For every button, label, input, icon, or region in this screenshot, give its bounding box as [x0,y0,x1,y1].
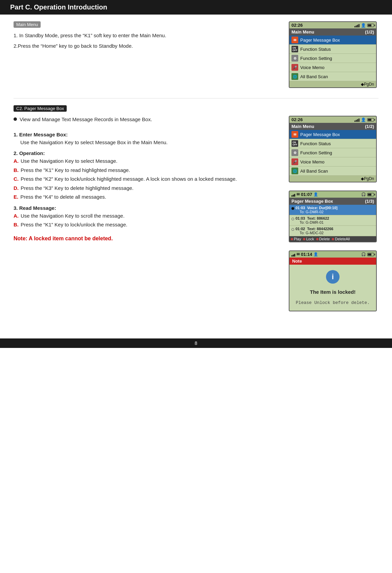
subsection-1-body: Use the Navigation Key to select Message… [14,139,274,147]
pager-bullet-text: View and Manage Text Message Records in … [20,116,152,124]
pager-bullet-item: View and Manage Text Message Records in … [14,116,274,124]
device-screen-3: ✉ 01:07 👤 🎧 Pager M [289,191,377,242]
person-icon-4: 👤 [313,252,318,257]
status-bar-1: 02:26 👤 [289,22,376,28]
op-item-b: B.Press the "K1" Key to read highlighted… [14,167,274,174]
status-icons-1: 👤 [354,23,374,28]
time-3: 01:07 [301,192,312,197]
headphone-icon: 🎧 [361,192,366,197]
signal-icon-1 [354,23,360,27]
menu-label-allband-2: All Band Scan [300,169,328,174]
globe-icon-1: 🌐 [291,73,298,80]
info-icon: i [326,270,340,284]
pager-sub-3: To: G-MDC-02 [296,231,374,235]
main-content: Main Menu 1. In Standby Mode, press the … [0,15,392,332]
subsection-1-title: 1. Enter Message Box: [14,132,274,137]
menu-item-allband-2: 🌐 All Band Scan [289,167,376,176]
device-screen-4: ✉ 01:14 👤 🎧 Note [289,250,377,311]
menu-label-funcstatus-2: Function Status [300,141,331,146]
footer-delete: Delete [316,237,330,241]
page-title: Part C. Operation Introduction [10,3,107,11]
screen-page-3: (1/3) [365,199,374,204]
divider-1 [14,98,378,98]
person-icon-3: 👤 [313,192,318,197]
mic-icon-1: 🎤 [291,64,298,71]
gear-icon-2: ⚙ [291,149,298,156]
screen-title-3: Pager Message Box [291,199,333,204]
bar3 [357,25,358,27]
screen-title-1: Main Menu [291,29,314,35]
battery-icon-4 [367,253,374,256]
person-icon-2: 👤 [361,117,366,122]
right-screens: 02:26 👤 [287,116,378,311]
pager-sub-2: To: G-DMR-01 [296,220,374,224]
envelope-icon-1: ✉ [291,37,298,43]
subsection-3-title: 3. Read Message: [14,205,274,211]
menu-item-voicememo-2: 🎤 Voice Memo [289,157,376,167]
pager-row-1: 01:03 Voice: Dur[00:10] To: G-DMR-02 [289,205,376,215]
msg-icon: ✉ [297,192,300,197]
pager-row-top: View and Manage Text Message Records in … [14,116,378,311]
menu-label-pager-1: Pager Message Box [300,38,340,43]
menu-label-funcsetting-2: Function Setting [300,150,332,155]
subsection-1: 1. Enter Message Box: Use the Navigation… [14,132,274,147]
section-label-pager: C2. Pager Message Box [14,105,67,112]
main-menu-instructions: 1. In Standby Mode, press the “K1” soft … [14,32,274,50]
menu-label-voicememo-1: Voice Memo [300,65,325,70]
menu-label-voicememo-2: Voice Memo [300,159,325,164]
footer-lock: Lock [303,237,314,241]
pager-time-2: 01:03 Text: 886622 [296,216,374,220]
menu-item-funcstatus-2: ONOFF Function Status [289,139,376,148]
status-icons-2: 👤 [354,117,374,122]
screen-page-2: (1/2) [365,124,374,129]
instruction-2: 2.Press the “Home” key to go back to Sta… [14,42,274,50]
time-4: 01:14 [301,252,312,257]
lock-sub-text: Please Unlock before delete. [296,300,370,305]
mic-icon-2: 🎤 [291,158,298,165]
op-item-a: A.Use the Navigation Key to select Messa… [14,157,274,165]
headphone-icon-4: 🎧 [361,252,366,257]
menu-label-funcstatus-1: Function Status [300,47,331,52]
pager-row-3: 01:02 Text: 88442266 To: G-MDC-02 [289,226,376,236]
subsection-2: 2. Operation: A.Use the Navigation Key t… [14,150,274,201]
envelope-icon-2: ✉ [291,131,298,138]
footer-deleteall: DeleteAll [332,237,350,241]
pager-row-2: 01:03 Text: 886622 To: G-DMR-01 [289,215,376,226]
device-screen-1: 02:26 👤 [289,21,377,88]
op-item-c: C.Press the “K2” Key to lock/unlock high… [14,175,274,183]
msg-icon-4: ✉ [297,252,300,257]
page-number: 8 [195,340,197,346]
signal-icon-3 [291,193,295,197]
screen-title-2: Main Menu [291,124,314,129]
battery-fill-1 [368,24,371,26]
section-pager: C2. Pager Message Box View and Manage Te… [14,105,378,311]
pager-dot-1 [291,207,294,210]
bar1 [354,26,355,27]
footer-pgdn-1: ◆PgDn [361,82,374,87]
lock-title-bar: Note [289,258,376,265]
op-item-e: E.Press the “K4” to delete all messages. [14,193,274,201]
menu-item-voicememo-1: 🎤 Voice Memo [289,63,376,72]
menu-label-funcsetting-1: Function Setting [300,56,332,61]
lock-title: Note [292,259,302,264]
battery-icon-2 [367,118,374,122]
gear-icon-1: ⚙ [291,55,298,62]
read-item-a: A.Use the Navigation Key to scroll the m… [14,212,274,220]
menu-item-pager-2: ✉ Pager Message Box [289,130,376,139]
bullet-dot [14,117,17,121]
screen-footer-2: ◆PgDn [289,176,376,182]
subsection-3: 3. Read Message: A.Use the Navigation Ke… [14,205,274,229]
onoff-icon-1: ONOFF [291,46,298,52]
screen-title-bar-2: Main Menu (1/2) [289,123,376,130]
pager-screen-footer: Play Lock Delete DeleteAll [289,236,376,242]
device-screen-2: 02:26 👤 [289,116,377,182]
globe-icon-2: 🌐 [291,168,298,174]
time-1: 02:26 [291,23,303,28]
status-bar-4: ✉ 01:14 👤 🎧 [289,251,376,258]
battery-tip-1 [374,24,375,26]
subsection-2-title: 2. Operation: [14,150,274,156]
menu-item-funcsetting-2: ⚙ Function Setting [289,148,376,157]
battery-icon-3 [367,193,374,196]
time-2: 02:26 [291,117,303,122]
read-item-b: B.Press the “K1” Key to lock/unlock the … [14,221,274,229]
